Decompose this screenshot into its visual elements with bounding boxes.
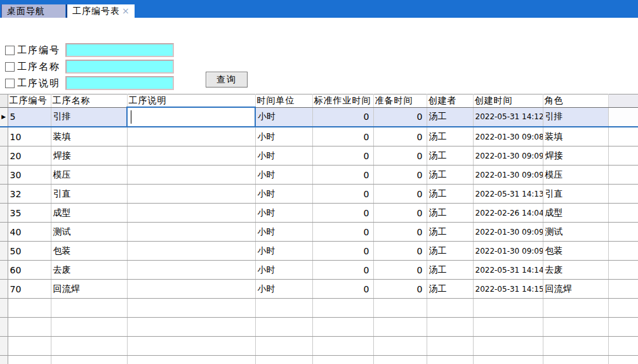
cell-角色[interactable]: 装填	[543, 127, 608, 146]
cell-工序编号[interactable]: 32	[8, 185, 51, 204]
cell-准备时间[interactable]: 0	[373, 127, 427, 146]
cell-工序说明[interactable]	[127, 204, 255, 223]
empty-cell[interactable]	[473, 356, 543, 364]
cell-时间单位[interactable]: 小时	[255, 204, 312, 223]
cell-工序说明[interactable]	[127, 185, 255, 204]
column-header-6[interactable]: 准备时间	[373, 94, 427, 108]
empty-cell[interactable]	[312, 337, 373, 356]
cell-创建者[interactable]: 汤工	[427, 166, 473, 185]
cell-工序说明[interactable]	[127, 146, 255, 166]
close-icon[interactable]: ×	[122, 6, 130, 16]
empty-cell[interactable]	[127, 337, 255, 356]
row-gutter-cell[interactable]	[0, 280, 8, 299]
cell-标准作业时间[interactable]: 0	[312, 242, 373, 261]
empty-cell[interactable]	[51, 356, 127, 364]
cell-创建时间[interactable]: 2022-01-30 09:09	[473, 146, 543, 166]
empty-cell[interactable]	[373, 318, 427, 337]
empty-cell[interactable]	[543, 318, 608, 337]
empty-cell[interactable]	[312, 318, 373, 337]
description-edit-cell[interactable]	[127, 107, 255, 127]
cell-时间单位[interactable]: 小时	[255, 223, 312, 242]
query-button[interactable]: 查询	[206, 72, 248, 88]
row-gutter-cell[interactable]	[0, 223, 8, 242]
cell-时间单位[interactable]: 小时	[255, 127, 312, 146]
cell-创建者[interactable]: 汤工	[427, 223, 473, 242]
cell-工序名称[interactable]: 成型	[51, 204, 127, 223]
column-header-1[interactable]: 工序编号	[8, 94, 51, 108]
empty-cell[interactable]	[127, 318, 255, 337]
empty-cell[interactable]	[255, 318, 312, 337]
empty-cell[interactable]	[373, 299, 427, 318]
row-gutter-cell[interactable]	[0, 299, 8, 318]
cell-工序名称[interactable]: 回流焊	[51, 280, 127, 299]
cell-工序编号[interactable]: 60	[8, 261, 51, 280]
column-header-2[interactable]: 工序名称	[51, 94, 127, 108]
cell-创建时间[interactable]: 2022-01-30 09:08	[473, 127, 543, 146]
cell-工序名称[interactable]: 测试	[51, 223, 127, 242]
empty-cell[interactable]	[373, 337, 427, 356]
cell-准备时间[interactable]: 0	[373, 185, 427, 204]
empty-cell[interactable]	[427, 318, 473, 337]
cell-角色[interactable]: 引直	[543, 185, 608, 204]
empty-cell[interactable]	[543, 356, 608, 364]
row-gutter-cell[interactable]: ▶	[0, 107, 8, 127]
cell-创建者[interactable]: 汤工	[427, 185, 473, 204]
empty-cell[interactable]	[255, 337, 312, 356]
tab-process-number-table[interactable]: 工序编号表×	[66, 4, 135, 18]
cell-工序编号[interactable]: 70	[8, 280, 51, 299]
column-header-4[interactable]: 时间单位	[255, 94, 312, 108]
cell-准备时间[interactable]: 0	[373, 223, 427, 242]
cell-工序名称[interactable]: 包装	[51, 242, 127, 261]
cell-工序说明[interactable]	[127, 223, 255, 242]
empty-cell[interactable]	[427, 337, 473, 356]
row-gutter-cell[interactable]	[0, 146, 8, 166]
row-gutter-cell[interactable]	[0, 127, 8, 146]
cell-时间单位[interactable]: 小时	[255, 185, 312, 204]
cell-标准作业时间[interactable]: 0	[312, 146, 373, 166]
cell-创建者[interactable]: 汤工	[427, 280, 473, 299]
process-name-checkbox[interactable]	[5, 62, 15, 72]
cell-标准作业时间[interactable]: 0	[312, 280, 373, 299]
process-number-checkbox[interactable]	[5, 46, 15, 55]
cell-准备时间[interactable]: 0	[373, 261, 427, 280]
cell-标准作业时间[interactable]: 0	[312, 185, 373, 204]
empty-cell[interactable]	[8, 299, 51, 318]
cell-工序名称[interactable]: 模压	[51, 166, 127, 185]
cell-时间单位[interactable]: 小时	[255, 280, 312, 299]
cell-创建时间[interactable]: 2022-05-31 14:12	[473, 107, 543, 127]
cell-创建者[interactable]: 汤工	[427, 261, 473, 280]
row-gutter-cell[interactable]	[0, 185, 8, 204]
cell-创建时间[interactable]: 2022-05-31 14:14	[473, 261, 543, 280]
cell-角色[interactable]: 去废	[543, 261, 608, 280]
cell-创建者[interactable]: 汤工	[427, 107, 473, 127]
empty-cell[interactable]	[51, 337, 127, 356]
process-name-input[interactable]	[65, 60, 174, 74]
cell-标准作业时间[interactable]: 0	[312, 261, 373, 280]
cell-工序名称[interactable]: 引排	[51, 107, 127, 127]
row-gutter-cell[interactable]	[0, 166, 8, 185]
process-description-input[interactable]	[65, 76, 174, 90]
cell-工序说明[interactable]	[127, 261, 255, 280]
empty-cell[interactable]	[8, 356, 51, 364]
cell-准备时间[interactable]: 0	[373, 107, 427, 127]
process-number-input[interactable]	[65, 43, 174, 57]
cell-工序说明[interactable]	[127, 242, 255, 261]
empty-cell[interactable]	[255, 356, 312, 364]
empty-cell[interactable]	[473, 318, 543, 337]
empty-cell[interactable]	[427, 299, 473, 318]
row-gutter-cell[interactable]	[0, 337, 8, 356]
empty-cell[interactable]	[127, 299, 255, 318]
cell-工序名称[interactable]: 焊接	[51, 146, 127, 166]
column-header-8[interactable]: 创建时间	[473, 94, 543, 108]
cell-准备时间[interactable]: 0	[373, 280, 427, 299]
cell-工序名称[interactable]: 去废	[51, 261, 127, 280]
row-gutter-cell[interactable]	[0, 261, 8, 280]
cell-角色[interactable]: 焊接	[543, 146, 608, 166]
cell-创建时间[interactable]: 2022-02-26 14:04	[473, 204, 543, 223]
empty-cell[interactable]	[473, 337, 543, 356]
cell-工序说明[interactable]	[127, 166, 255, 185]
empty-cell[interactable]	[51, 299, 127, 318]
cell-角色[interactable]: 包装	[543, 242, 608, 261]
cell-准备时间[interactable]: 0	[373, 166, 427, 185]
cell-工序编号[interactable]: 5	[8, 107, 51, 127]
